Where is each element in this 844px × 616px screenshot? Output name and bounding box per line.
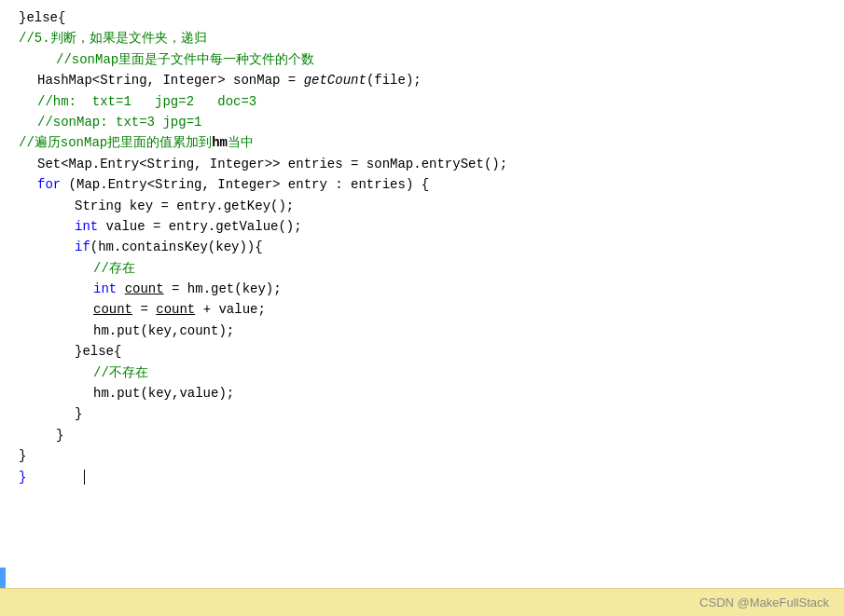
- code-line: HashMap<String, Integer> sonMap = getCou…: [0, 70, 844, 90]
- code-line: //5.判断，如果是文件夹，递归: [0, 28, 844, 48]
- code-line: for (Map.Entry<String, Integer> entry : …: [0, 174, 844, 195]
- watermark-text: CSDN @MakeFullStack: [699, 595, 829, 609]
- left-accent-bar: [0, 568, 6, 588]
- code-line: }else{: [0, 341, 844, 362]
- editor-container: }else{//5.判断，如果是文件夹，递归//sonMap里面是子文件中每一种…: [0, 0, 844, 616]
- code-line: //不存在: [0, 363, 844, 383]
- code-line: String key = entry.getKey();: [0, 196, 844, 216]
- code-area[interactable]: }else{//5.判断，如果是文件夹，递归//sonMap里面是子文件中每一种…: [0, 0, 844, 588]
- bottom-bar: CSDN @MakeFullStack: [0, 588, 844, 616]
- code-line: int value = entry.getValue();: [0, 216, 844, 237]
- code-line: }: [0, 404, 844, 424]
- code-line: //hm: txt=1 jpg=2 doc=3: [0, 91, 844, 112]
- code-line: //存在: [0, 258, 844, 279]
- code-line: //sonMap里面是子文件中每一种文件的个数: [0, 49, 844, 70]
- code-line: }: [0, 425, 844, 445]
- code-line: hm.put(key,count);: [0, 321, 844, 341]
- code-line: }: [0, 467, 844, 487]
- code-line: }else{: [0, 7, 844, 28]
- text-cursor: [84, 470, 85, 485]
- code-line: int count = hm.get(key);: [0, 279, 844, 299]
- code-line: //sonMap: txt=3 jpg=1: [0, 112, 844, 132]
- code-line: }: [0, 445, 844, 466]
- code-line: hm.put(key,value);: [0, 383, 844, 404]
- code-line: //遍历sonMap把里面的值累加到hm当中: [0, 132, 844, 153]
- code-line: if(hm.containsKey(key)){: [0, 237, 844, 257]
- code-line: Set<Map.Entry<String, Integer>> entries …: [0, 154, 844, 174]
- code-line: count = count + value;: [0, 299, 844, 320]
